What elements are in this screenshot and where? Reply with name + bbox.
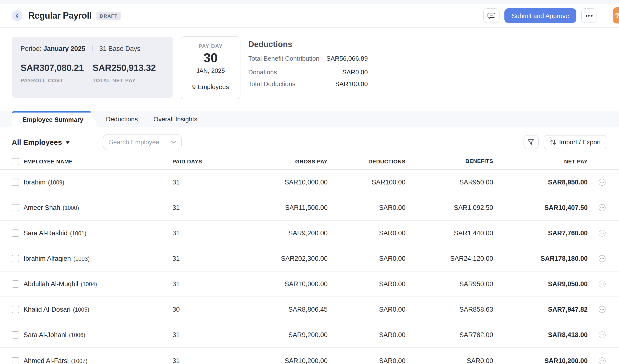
col-benefits: BENEFITS: [406, 158, 493, 165]
tab-label: Deductions: [106, 115, 138, 122]
employee-name-cell[interactable]: Khalid Al-Dosari(1005): [24, 306, 172, 313]
employee-name-cell[interactable]: Ahmed Al-Farsi(1007): [24, 357, 172, 364]
employee-name-cell[interactable]: Ibrahim(1009): [24, 179, 172, 186]
employee-id: (1004): [81, 281, 97, 287]
employee-id: (1000): [63, 205, 79, 211]
row-actions-button[interactable]: [598, 179, 606, 186]
import-export-icon: [550, 139, 556, 146]
tab-label: Overall Insights: [154, 115, 197, 122]
payday-day: 30: [181, 51, 240, 64]
row-actions-button[interactable]: [598, 280, 606, 288]
tab-label: Employee Summary: [23, 116, 84, 123]
employee-id: (1005): [73, 307, 89, 313]
gross-pay-cell: SAR11,500.00: [250, 204, 328, 211]
paid-days-cell: 31: [172, 229, 250, 237]
employee-name: Ibrahim Alfaqieh: [24, 255, 71, 262]
benefits-cell: SAR0.00: [406, 357, 493, 364]
search-employee-select[interactable]: Search Employee: [103, 134, 182, 150]
help-button[interactable]: ?: [613, 7, 619, 24]
employee-name: Sara Al-Rashid: [24, 229, 68, 237]
checkbox-cell: [12, 204, 24, 211]
table-row: Sara Al-Rashid(1001) 31 SAR9,200.00 SAR0…: [0, 221, 619, 246]
comment-icon: [487, 12, 496, 20]
row-checkbox[interactable]: [12, 179, 19, 186]
period-row: Period: January 2025 31 Base Days: [21, 45, 165, 52]
net-pay-cell: SAR8,418.00: [493, 331, 588, 338]
employee-name: Ibrahim: [24, 179, 45, 186]
search-placeholder: Search Employee: [109, 138, 171, 146]
select-all-checkbox[interactable]: [12, 158, 19, 165]
total-net-pay-value: SAR250,913.32: [93, 63, 165, 73]
row-actions-button[interactable]: [598, 255, 606, 262]
employee-name-cell[interactable]: Sara Al-Johani(1006): [24, 331, 172, 338]
deductions-cell: SAR100.00: [328, 179, 406, 186]
col-paid-days: PAID DAYS: [172, 159, 250, 164]
deductions-cell: SAR0.00: [328, 204, 406, 211]
ellipsis-circle-icon: [598, 204, 606, 211]
checkbox-cell: [12, 280, 24, 288]
ellipsis-circle-icon: [598, 306, 606, 313]
gross-pay-cell: SAR10,000.00: [250, 179, 328, 186]
comments-button[interactable]: [483, 8, 500, 23]
row-checkbox[interactable]: [12, 331, 19, 338]
status-badge: DRAFT: [97, 12, 121, 20]
row-checkbox[interactable]: [12, 255, 19, 262]
table-toolbar: All Employees Search Employee Import / E…: [0, 127, 619, 150]
period-label: Period:: [21, 45, 42, 52]
tab[interactable]: Deductions: [98, 111, 146, 127]
employee-name: Khalid Al-Dosari: [24, 306, 70, 313]
tab[interactable]: Employee Summary: [12, 111, 98, 127]
caret-down-icon: [65, 141, 69, 144]
gross-pay-cell: SAR202,300.00: [250, 255, 328, 262]
total-net-pay-label: TOTAL NET PAY: [93, 77, 165, 83]
row-actions-button[interactable]: [598, 331, 606, 338]
import-export-button[interactable]: Import / Export: [544, 135, 607, 149]
import-export-label: Import / Export: [559, 138, 601, 146]
deduction-label[interactable]: Donations: [248, 69, 277, 76]
employee-name-cell[interactable]: Abdullah Al-Muqbil(1004): [24, 280, 172, 288]
row-actions-button[interactable]: [598, 229, 606, 237]
payroll-cost-label: PAYROLL COST: [21, 77, 93, 83]
base-days: 31 Base Days: [99, 45, 140, 52]
employee-name: Ameer Shah: [24, 204, 60, 211]
deductions-cell: SAR0.00: [328, 357, 406, 364]
row-checkbox[interactable]: [12, 357, 19, 364]
row-actions-button[interactable]: [598, 204, 606, 211]
row-actions-button[interactable]: [598, 357, 606, 364]
page-title: Regular Payroll: [28, 11, 92, 21]
gross-pay-cell: SAR8,806.45: [250, 306, 328, 313]
deduction-label[interactable]: Total Deductions: [248, 81, 295, 88]
deduction-value: SAR56,066.89: [326, 55, 368, 62]
employee-name-cell[interactable]: Ameer Shah(1000): [24, 204, 172, 211]
row-checkbox[interactable]: [12, 229, 19, 237]
row-checkbox[interactable]: [12, 306, 19, 313]
ellipsis-icon: [585, 15, 592, 16]
back-button[interactable]: [12, 10, 23, 21]
paid-days-cell: 31: [172, 280, 250, 288]
filter-button[interactable]: [523, 135, 539, 149]
employee-filter-dropdown[interactable]: All Employees: [12, 138, 69, 146]
row-actions-button[interactable]: [598, 306, 606, 313]
more-options-button[interactable]: [581, 8, 596, 23]
payroll-cost-block: SAR307,080.21 PAYROLL COST: [21, 63, 93, 83]
employee-name: Sara Al-Johani: [24, 331, 67, 338]
row-checkbox[interactable]: [12, 204, 19, 211]
table-row: Ibrahim Alfaqieh(1003) 31 SAR202,300.00 …: [0, 246, 619, 271]
employee-name-cell[interactable]: Ibrahim Alfaqieh(1003): [24, 255, 172, 262]
deduction-label[interactable]: Total Benefit Contribution: [248, 55, 320, 64]
col-employee-name: EMPLOYEE NAME: [24, 159, 172, 164]
actions-cell: [588, 204, 607, 211]
deductions-panel-title: Deductions: [248, 40, 368, 49]
employee-name-cell[interactable]: Sara Al-Rashid(1001): [24, 229, 172, 237]
filter-funnel-icon: [528, 139, 535, 146]
table-row: Khalid Al-Dosari(1005) 30 SAR8,806.45 SA…: [0, 297, 619, 323]
row-checkbox[interactable]: [12, 280, 19, 288]
employee-id: (1007): [71, 358, 88, 364]
net-pay-cell: SAR10,407.50: [493, 204, 588, 211]
tab[interactable]: Overall Insights: [146, 111, 205, 127]
table-row: Ibrahim(1009) 31 SAR10,000.00 SAR100.00 …: [0, 170, 619, 195]
benefits-cell: SAR24,120.00: [406, 255, 493, 262]
header: Regular Payroll DRAFT Submit and Approve…: [0, 4, 619, 28]
submit-and-approve-button[interactable]: Submit and Approve: [504, 8, 577, 23]
actions-cell: [588, 306, 607, 313]
